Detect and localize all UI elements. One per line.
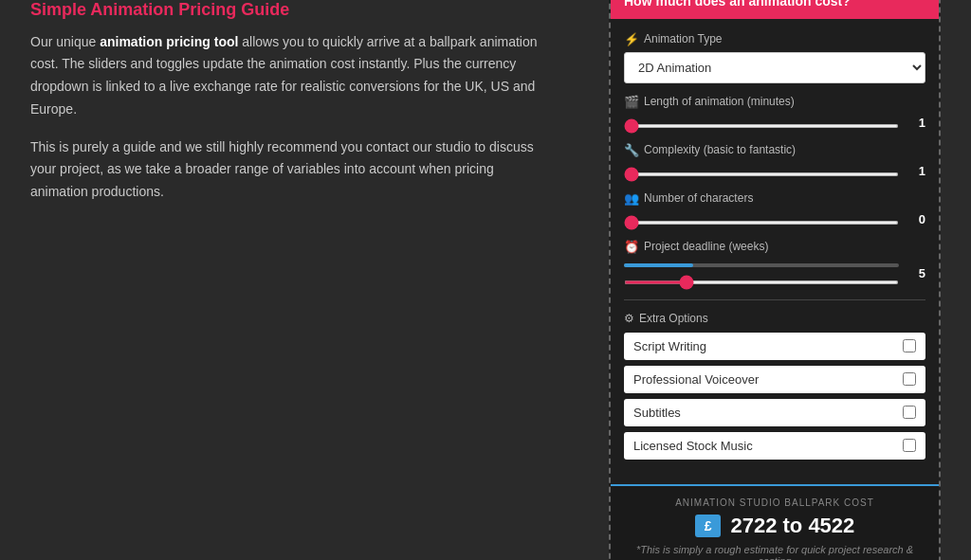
complexity-slider-container [624, 163, 899, 180]
characters-slider[interactable] [624, 221, 899, 225]
characters-label-row: 👥 Number of characters [624, 191, 925, 206]
characters-slider-row: 0 [624, 211, 925, 228]
length-label: Length of animation (minutes) [644, 95, 795, 108]
intro-paragraph: Our unique animation pricing tool allows… [30, 31, 552, 121]
body-paragraph-2: This is purely a guide and we still high… [30, 136, 552, 204]
characters-label: Number of characters [644, 191, 753, 205]
widget-body: ⚡ Animation Type 2D Animation 3D Animati… [611, 19, 939, 484]
animation-type-label-row: ⚡ Animation Type [624, 32, 925, 46]
extra-options-label-row: ⚙ Extra Options [624, 312, 925, 325]
currency-button[interactable]: £ [695, 515, 722, 537]
camera-icon: 🎬 [624, 95, 639, 109]
page-title: Simple Animation Pricing Guide [30, 0, 552, 20]
intro-bold: animation pricing tool [100, 34, 238, 49]
voiceover-row: Professional Voiceover [624, 366, 925, 393]
deadline-fill [624, 263, 693, 267]
clock-icon: ⏰ [624, 240, 639, 254]
divider [624, 299, 925, 300]
result-note: *This is simply a rough estimate for qui… [624, 544, 925, 561]
characters-slider-container [624, 211, 899, 228]
deadline-value: 5 [907, 266, 925, 280]
length-slider[interactable] [624, 124, 899, 128]
complexity-value: 1 [907, 164, 925, 178]
script-writing-row: Script Writing [624, 333, 925, 360]
complexity-slider-row: 1 [624, 163, 925, 180]
length-slider-container [624, 115, 899, 132]
bolt-icon: ⚡ [624, 32, 639, 46]
result-area: ANIMATION STUDIO BALLPARK COST £ 2722 to… [611, 484, 939, 561]
extra-options-label: Extra Options [639, 312, 708, 325]
extra-options-section: ⚙ Extra Options Script Writing Professio… [624, 312, 925, 460]
intro-normal: Our unique [30, 34, 100, 49]
animation-type-select[interactable]: 2D Animation 3D Animation Motion Graphic… [624, 52, 925, 83]
pricing-widget: How much does an animation cost? ⚡ Anima… [609, 0, 941, 560]
characters-value: 0 [907, 212, 925, 226]
animation-type-section: ⚡ Animation Type 2D Animation 3D Animati… [624, 32, 925, 83]
length-label-row: 🎬 Length of animation (minutes) [624, 95, 925, 109]
subtitles-checkbox[interactable] [903, 406, 916, 419]
deadline-track [624, 263, 899, 267]
music-label: Licensed Stock Music [633, 439, 753, 453]
length-section: 🎬 Length of animation (minutes) 1 [624, 95, 925, 132]
voiceover-checkbox[interactable] [903, 372, 916, 386]
music-checkbox[interactable] [903, 439, 916, 452]
complexity-label-row: 🔧 Complexity (basic to fantastic) [624, 143, 925, 157]
deadline-label-row: ⏰ Project deadline (weeks) [624, 240, 925, 254]
complexity-label: Complexity (basic to fantastic) [644, 143, 796, 156]
complexity-slider[interactable] [624, 172, 899, 176]
characters-section: 👥 Number of characters 0 [624, 191, 925, 228]
complexity-section: 🔧 Complexity (basic to fantastic) 1 [624, 143, 925, 180]
result-label: ANIMATION STUDIO BALLPARK COST [624, 497, 925, 508]
deadline-slider-container [624, 260, 899, 288]
price-display: 2722 to 4522 [730, 514, 854, 538]
subtitles-row: Subtitles [624, 399, 925, 426]
widget-title: How much does an animation cost? [624, 0, 851, 9]
gear-icon: ⚙ [624, 312, 634, 325]
length-slider-row: 1 [624, 115, 925, 132]
deadline-slider-row: 5 [624, 260, 925, 288]
music-row: Licensed Stock Music [624, 432, 925, 460]
script-writing-checkbox[interactable] [903, 339, 916, 352]
left-panel: Simple Animation Pricing Guide Our uniqu… [30, 0, 552, 238]
voiceover-label: Professional Voiceover [633, 372, 759, 387]
script-writing-label: Script Writing [633, 339, 706, 353]
length-value: 1 [907, 116, 925, 130]
people-icon: 👥 [624, 191, 639, 206]
deadline-label: Project deadline (weeks) [644, 240, 768, 253]
wrench-icon: 🔧 [624, 143, 639, 157]
main-container: Simple Animation Pricing Guide Our uniqu… [30, 0, 941, 560]
widget-header: How much does an animation cost? [611, 0, 939, 19]
deadline-slider[interactable] [624, 280, 899, 284]
result-price-row: £ 2722 to 4522 [624, 514, 925, 538]
animation-type-label: Animation Type [644, 32, 723, 45]
deadline-section: ⏰ Project deadline (weeks) 5 [624, 240, 925, 288]
subtitles-label: Subtitles [633, 406, 681, 420]
